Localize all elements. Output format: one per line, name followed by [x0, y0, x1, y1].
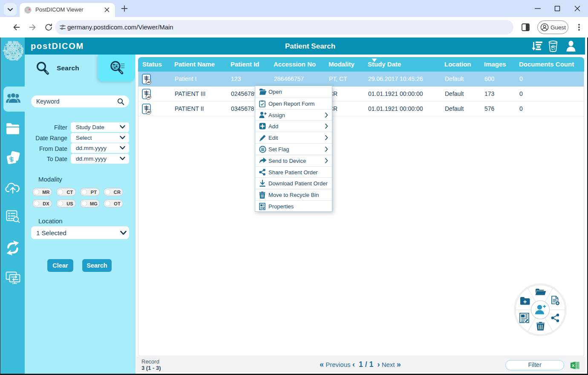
- svg-text:X: X: [572, 363, 575, 368]
